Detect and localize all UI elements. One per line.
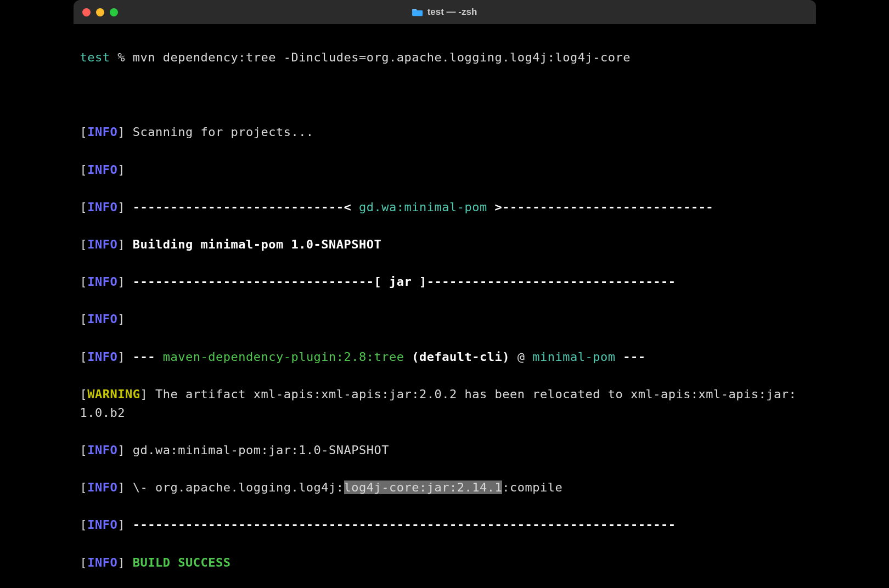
tree-child-pre: \- org.apache.logging.log4j: (133, 480, 344, 494)
highlighted-dependency: log4j-core:jar:2.14.1 (344, 480, 503, 494)
scan-text: Scanning for projects... (133, 125, 314, 139)
rule-left: ----------------------------< (133, 200, 359, 214)
output-line: [WARNING] The artifact xml-apis:xml-apis… (80, 385, 809, 422)
output-line: [INFO] --- maven-dependency-plugin:2.8:t… (80, 348, 809, 366)
plugin-goal: (default-cli) (404, 350, 510, 364)
output-line: [INFO] Scanning for projects... (80, 123, 809, 142)
output-line: [INFO] gd.wa:minimal-pom:jar:1.0-SNAPSHO… (80, 441, 809, 460)
rule: ----------------------------------------… (133, 518, 676, 532)
plugin-dashes: --- (133, 350, 163, 364)
warning-text: The artifact xml-apis:xml-apis:jar:2.0.2… (80, 387, 797, 420)
output-line: [INFO] ---------------------------------… (80, 516, 809, 534)
terminal-window: test — -zsh test % mvn dependency:tree -… (74, 0, 816, 588)
output-line: [INFO] (80, 161, 809, 179)
prompt-dir: test (80, 50, 110, 64)
output-line: [INFO] --------------------------------[… (80, 273, 809, 291)
jar-rule: --------------------------------[ jar ]-… (133, 275, 676, 289)
command-text: mvn dependency:tree -Dincludes=org.apach… (133, 50, 631, 64)
info-tag: INFO (87, 518, 117, 532)
info-tag: INFO (87, 556, 117, 569)
minimize-button[interactable] (96, 8, 104, 16)
output-line: [INFO] Building minimal-pom 1.0-SNAPSHOT (80, 235, 809, 254)
info-tag: INFO (87, 200, 117, 214)
info-tag: INFO (87, 238, 117, 251)
window-title-text: test — -zsh (427, 7, 477, 18)
info-tag: INFO (87, 275, 117, 289)
plugin-name: maven-dependency-plugin:2.8:tree (163, 350, 404, 364)
info-tag: INFO (87, 125, 117, 139)
folder-icon (412, 8, 423, 16)
prompt-line: test % mvn dependency:tree -Dincludes=or… (80, 48, 809, 67)
traffic-lights (82, 8, 118, 16)
plugin-project: minimal-pom (532, 350, 615, 364)
fullscreen-button[interactable] (110, 8, 118, 16)
plugin-dashes-end: --- (615, 350, 645, 364)
tree-child-post: :compile (502, 480, 562, 494)
output-line: [INFO] (80, 310, 809, 329)
rule-right: >---------------------------- (487, 200, 713, 214)
tree-root: gd.wa:minimal-pom:jar:1.0-SNAPSHOT (133, 443, 389, 457)
titlebar: test — -zsh (74, 0, 816, 24)
prompt-symbol: % (117, 50, 125, 64)
info-tag: INFO (87, 480, 117, 494)
info-tag: INFO (87, 312, 117, 326)
warning-tag: WARNING (87, 387, 140, 401)
project-coords: gd.wa:minimal-pom (359, 200, 487, 214)
info-tag: INFO (87, 163, 117, 177)
output-line: [INFO] \- org.apache.logging.log4j:log4j… (80, 478, 809, 497)
terminal-body[interactable]: test % mvn dependency:tree -Dincludes=or… (74, 24, 816, 588)
titlebar-title: test — -zsh (412, 7, 477, 18)
output-line: [INFO] BUILD SUCCESS (80, 553, 809, 572)
building-text: Building minimal-pom 1.0-SNAPSHOT (133, 238, 382, 251)
close-button[interactable] (82, 8, 91, 16)
blank-line (80, 86, 809, 104)
info-tag: INFO (87, 443, 117, 457)
plugin-at: @ (510, 350, 532, 364)
output-line: [INFO] ----------------------------< gd.… (80, 198, 809, 217)
build-success: BUILD SUCCESS (133, 556, 231, 569)
info-tag: INFO (87, 350, 117, 364)
